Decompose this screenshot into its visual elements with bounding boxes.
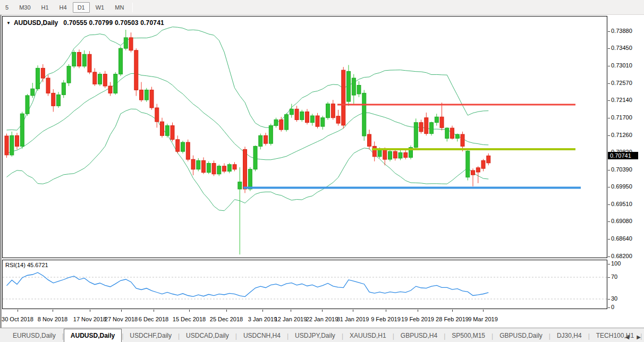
date-axis-label: 28 Feb 2019	[436, 316, 469, 322]
candle-body	[160, 122, 164, 135]
date-axis-label: 30 Oct 2018	[2, 316, 33, 322]
candle-body	[295, 109, 299, 119]
candle-body	[145, 90, 148, 100]
candle-bearish	[150, 87, 154, 109]
price-chart-pane[interactable]	[2, 16, 607, 258]
tab-dj30-h4[interactable]: DJ30,H4	[550, 330, 588, 342]
tab-usdjpy-daily[interactable]: USDJPY,Daily	[289, 330, 342, 342]
candle-body	[197, 160, 200, 169]
candle-bullish	[466, 149, 470, 180]
price-axis-tick	[608, 135, 610, 136]
tab-eurusd-daily[interactable]: EURUSD,Daily	[6, 330, 62, 342]
price-pane-border	[3, 16, 607, 258]
candle-bullish	[119, 46, 123, 76]
candle-body	[285, 115, 289, 130]
candle-body	[202, 160, 206, 172]
date-axis-tick	[322, 310, 323, 312]
candle-bearish	[78, 49, 81, 68]
candle-body	[233, 165, 236, 169]
date-axis-label: 9 Mar 2019	[468, 316, 498, 322]
tab-scroll-right-icon[interactable]: ▶	[637, 334, 641, 340]
date-axis-label: 19 Feb 2019	[401, 316, 434, 322]
price-axis-tick	[608, 239, 610, 240]
candle-bearish	[186, 140, 190, 161]
candle-body	[186, 142, 190, 159]
current-price-tag: 0.70741	[608, 152, 638, 159]
candle-body	[259, 135, 262, 146]
candle-bullish	[388, 149, 392, 161]
candle-bullish	[181, 141, 185, 153]
timeframe-5[interactable]: 5	[1, 2, 13, 13]
tab-usdcad-daily[interactable]: USDCAD,Daily	[180, 330, 235, 342]
timeframe-w1[interactable]: W1	[91, 2, 109, 13]
chart-tab-bar: EURUSD,Daily|AUDUSD,Daily|USDCHF,Daily|U…	[0, 328, 644, 342]
rsi-axis-label: 0	[611, 304, 614, 310]
candle-bullish	[26, 94, 29, 116]
date-axis-label: 9 Feb 2019	[371, 316, 401, 322]
price-axis-label: 0.69510	[611, 201, 632, 207]
tab-sp500-m15[interactable]: SP500,M15	[445, 330, 492, 342]
candle-body	[451, 128, 454, 138]
candle-body	[269, 126, 273, 144]
date-axis-label: 17 Nov 2018	[73, 316, 106, 322]
candle-bearish	[46, 75, 50, 96]
candle-body	[399, 152, 402, 158]
price-axis-label: 0.70390	[611, 166, 632, 173]
price-axis-label: 0.72140	[611, 97, 632, 103]
candle-body	[238, 182, 242, 189]
price-axis-tick	[608, 170, 610, 170]
candle-body	[134, 50, 138, 90]
candle-body	[306, 112, 309, 123]
timeframe-h1[interactable]: H1	[37, 2, 54, 13]
candle-body	[471, 170, 475, 175]
timeframe-h4[interactable]: H4	[55, 2, 72, 13]
timeframe-m30[interactable]: M30	[14, 2, 35, 13]
tab-gbpusd-h4[interactable]: GBPUSD,H4	[394, 330, 444, 342]
candle-body	[108, 86, 112, 93]
candle-body	[404, 152, 408, 157]
tab-ukc[interactable]: UKC	[642, 330, 644, 342]
candle-bullish	[10, 132, 14, 157]
candle-bullish	[347, 65, 351, 106]
candle-body	[321, 118, 325, 126]
date-axis-tick	[226, 310, 227, 312]
tab-audusd-daily[interactable]: AUDUSD,Daily	[64, 329, 122, 342]
date-axis-label: 3 Jan 2019	[248, 316, 277, 322]
tab-scroll-left-icon[interactable]: ◀	[625, 334, 630, 340]
timeframe-d1[interactable]: D1	[73, 2, 90, 13]
tab-usdchf-daily[interactable]: USDCHF,Daily	[123, 330, 178, 342]
candle-bullish	[20, 112, 24, 148]
tab-xauusd-h1[interactable]: XAUUSD,H1	[343, 330, 393, 342]
price-axis-label: 0.73010	[611, 62, 632, 69]
rsi-indicator-pane[interactable]	[2, 260, 607, 309]
candle-body	[347, 71, 351, 101]
candle-body	[67, 66, 71, 83]
candle-body	[124, 38, 128, 48]
price-axis-tick	[608, 100, 610, 101]
candle-bullish	[114, 72, 117, 95]
candle-body	[279, 119, 283, 130]
tab-usdcnh-h4[interactable]: USDCNH,H4	[237, 330, 287, 342]
candle-body	[41, 68, 45, 78]
candle-bullish	[326, 102, 330, 120]
date-axis-tick	[90, 310, 90, 312]
price-axis-tick	[608, 83, 610, 84]
candle-bullish	[269, 124, 273, 146]
candle-body	[435, 117, 438, 123]
tab-gbpusd-daily[interactable]: GBPUSD,Daily	[493, 330, 549, 342]
price-axis-label: 0.71700	[611, 114, 632, 121]
candle-body	[290, 109, 293, 115]
candle-body	[93, 72, 97, 84]
chart-collapse-icon[interactable]: ▼	[6, 21, 11, 25]
candle-body	[368, 134, 371, 146]
rsi-axis-tick	[608, 264, 610, 264]
candle-body	[207, 164, 210, 173]
candle-body	[57, 95, 61, 106]
candle-body	[487, 156, 490, 163]
price-axis-tick	[608, 31, 610, 32]
candle-bullish	[72, 50, 76, 69]
date-axis-tick	[154, 310, 154, 312]
candle-bullish	[300, 110, 304, 122]
chart-ohlc-values: 0.70555 0.70799 0.70503 0.70741	[63, 19, 164, 27]
timeframe-mn[interactable]: MN	[110, 2, 129, 13]
